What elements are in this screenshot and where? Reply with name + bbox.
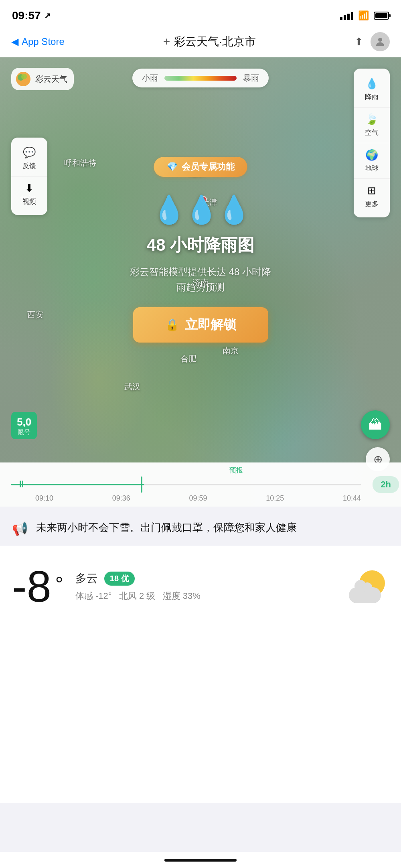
earth-label: 地球	[365, 164, 379, 173]
aqi-badge: 18 优	[104, 572, 135, 586]
legend-right-label: 暴雨	[243, 73, 259, 83]
temperature-display: -8	[12, 564, 51, 608]
info-section: 📢 未来两小时不会下雪。出门佩戴口罩，保障您和家人健康	[0, 507, 401, 546]
feature-description: 彩云智能模型提供长达 48 小时降雨趋势预测	[130, 264, 271, 295]
right-side-panel: 💧 降雨 🍃 空气 🌍 地球 ⊞ 更多	[354, 69, 390, 217]
home-indicator	[0, 852, 401, 868]
traffic-badge: 5,0 限号	[11, 412, 37, 439]
time-4: 10:25	[266, 494, 284, 503]
map-section: 呼和浩特 黄河 北京 天津 济南 合肥 南京 武汉 西安 小雨 暴雨 彩云天气 …	[0, 57, 401, 507]
timeline: ⏸ 预报 2h 09:10 09:36 09:59 10:25 10:44	[0, 462, 401, 507]
temperature-unit: °	[55, 572, 63, 596]
time-2: 09:36	[112, 494, 130, 503]
city-wuhan: 武汉	[124, 381, 140, 392]
back-label: App Store	[22, 36, 65, 47]
city-huhehaote: 呼和浩特	[64, 158, 96, 168]
video-label: 视频	[22, 197, 36, 206]
share-button[interactable]: ⬆	[354, 36, 363, 48]
legend-gradient	[164, 76, 237, 81]
feedback-button[interactable]: 💬 反馈	[11, 141, 47, 176]
timeline-track[interactable]: 2h	[11, 475, 361, 494]
feature-overlay: 💧💧💧 48 小时降雨图 彩云智能模型提供长达 48 小时降雨趋势预测 🔒 立即…	[96, 194, 305, 343]
traffic-number: 5,0	[17, 416, 31, 428]
traffic-label: 限号	[17, 428, 31, 437]
more-icon: ⊞	[367, 185, 376, 197]
unlock-label: 立即解锁	[185, 316, 236, 334]
time-display: 09:57	[12, 9, 41, 22]
weather-icon	[349, 566, 389, 606]
status-bar: 09:57 ↗ 📶	[0, 0, 401, 28]
signal-bars	[340, 11, 353, 20]
member-badge-text: 会员专属功能	[182, 161, 235, 173]
battery-icon	[374, 12, 389, 20]
app-logo: 彩云天气	[11, 68, 74, 90]
svg-point-0	[378, 38, 382, 42]
back-button[interactable]: ◀ App Store	[11, 36, 65, 47]
nav-right: ⬆	[354, 32, 390, 51]
unlock-button[interactable]: 🔒 立即解锁	[133, 307, 268, 343]
status-time: 09:57 ↗	[12, 9, 51, 22]
timeline-times: 09:10 09:36 09:59 10:25 10:44	[11, 494, 361, 507]
svg-point-3	[21, 74, 27, 79]
member-badge[interactable]: 💎 会员专属功能	[154, 157, 247, 177]
feature-title: 48 小时降雨图	[147, 234, 254, 256]
feedback-label: 反馈	[22, 161, 36, 170]
nav-bar: ◀ App Store + 彩云天气·北京市 ⬆	[0, 28, 401, 57]
info-message: 未来两小时不会下雪。出门佩戴口罩，保障您和家人健康	[36, 519, 389, 536]
user-avatar[interactable]	[371, 32, 390, 51]
legend-left-label: 小雨	[142, 73, 158, 83]
rain-drops-icon: 💧💧💧	[152, 194, 249, 226]
app-logo-text: 彩云天气	[35, 74, 67, 85]
map-view-icon: 🏔	[369, 417, 382, 433]
weather-sub-details: 体感 -12° 北风 2 级 湿度 33%	[75, 590, 337, 602]
map-view-button[interactable]: 🏔	[361, 410, 390, 439]
time-1: 09:10	[35, 494, 53, 503]
nav-title: + 彩云天气·北京市	[163, 34, 256, 49]
weather-card: -8 ° 多云 18 优 体感 -12° 北风 2 级 湿度 33%	[0, 546, 401, 627]
city-hefei: 合肥	[180, 353, 196, 364]
city-nanjing: 南京	[223, 345, 239, 356]
rain-button[interactable]: 💧 降雨	[354, 72, 390, 107]
lock-icon: 🔒	[165, 318, 179, 331]
video-icon: ⬇	[25, 182, 34, 195]
more-label: 更多	[365, 199, 379, 209]
more-button[interactable]: ⊞ 更多	[354, 179, 390, 214]
forecast-label: 预报	[111, 462, 361, 475]
app-title: 彩云天气·北京市	[174, 34, 256, 49]
left-side-panel: 💬 反馈 ⬇ 视频	[11, 138, 47, 215]
earth-icon: 🌍	[365, 149, 378, 161]
weather-details: 多云 18 优 体感 -12° 北风 2 级 湿度 33%	[75, 571, 337, 602]
legend-bar: 小雨 暴雨	[132, 69, 269, 87]
weather-condition: 多云	[75, 571, 98, 586]
timeline-end-badge: 2h	[373, 476, 399, 493]
rain-label: 降雨	[365, 92, 379, 101]
back-arrow: ◀	[11, 36, 18, 47]
rain-icon: 💧	[365, 77, 378, 90]
wifi-icon: 📶	[358, 10, 369, 21]
location-icon: ↗	[44, 11, 51, 20]
time-5: 10:44	[343, 494, 361, 503]
video-button[interactable]: ⬇ 视频	[11, 176, 47, 212]
air-button[interactable]: 🍃 空气	[354, 107, 390, 143]
home-bar	[164, 859, 237, 862]
air-icon: 🍃	[365, 113, 378, 126]
cloud-icon	[349, 587, 381, 603]
city-xian: 西安	[27, 309, 43, 320]
time-3: 09:59	[189, 494, 207, 503]
announcement-icon: 📢	[12, 521, 28, 536]
earth-button[interactable]: 🌍 地球	[354, 143, 390, 179]
air-label: 空气	[365, 128, 379, 137]
status-icons: 📶	[340, 10, 389, 21]
feedback-icon: 💬	[23, 146, 36, 159]
diamond-icon: 💎	[167, 162, 178, 172]
spacer	[0, 627, 401, 803]
plus-button[interactable]: +	[163, 35, 170, 49]
